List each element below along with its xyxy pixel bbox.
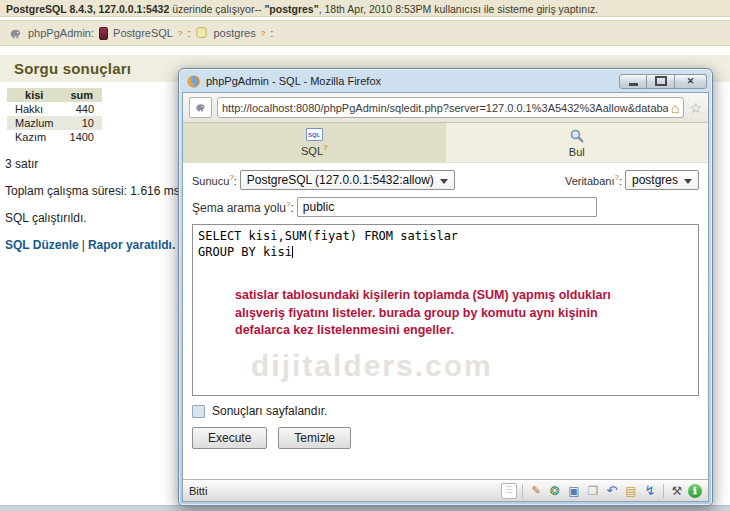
text-cursor <box>292 246 293 258</box>
spacer <box>183 449 708 479</box>
breadcrumb-separator-2: : <box>270 27 273 39</box>
server-help-link[interactable]: ? <box>178 29 182 38</box>
database-select[interactable]: postgres <box>625 170 699 190</box>
printer-icon[interactable] <box>585 483 601 499</box>
column-header-sum: sum <box>62 88 102 102</box>
close-button[interactable] <box>675 74 707 89</box>
results-table: kisi sum Hakkı 440 Mazlum 10 Kazım 1400 <box>7 88 102 144</box>
save-disk-icon[interactable] <box>566 483 582 499</box>
window-controls <box>619 74 707 89</box>
annotation-overlay-text: satislar tablosundaki kişilerin toplamda… <box>235 287 643 340</box>
url-bar[interactable]: http://localhost:8080/phpPgAdmin/sqledit… <box>217 97 684 118</box>
tab-find[interactable]: Bul <box>446 123 709 162</box>
window-titlebar[interactable]: phpPgAdmin - SQL - Mozilla Firefox <box>182 72 709 92</box>
window-title: phpPgAdmin - SQL - Mozilla Firefox <box>206 75 614 87</box>
server-icon <box>99 27 108 40</box>
watermark-text: dijitalders.com <box>251 349 493 383</box>
database-label: Veritabanı?: <box>565 173 622 187</box>
sql-form: Sunucu?: PostgreSQL (127.0.0.1:5432:allo… <box>183 163 708 224</box>
user-name-text: "postgres" <box>264 3 318 15</box>
paginate-row: Sonuçları sayfalandır. <box>192 404 699 418</box>
browser-body: http://localhost:8080/phpPgAdmin/sqledit… <box>182 92 709 502</box>
info-icon[interactable] <box>688 484 702 498</box>
report-link[interactable]: Rapor yaratıldı. <box>88 238 175 252</box>
bookmark-star-icon[interactable]: ☆ <box>689 101 702 115</box>
schema-label: Şema arama yolu?: <box>192 200 294 215</box>
paginate-checkbox[interactable] <box>192 405 205 418</box>
cell-kisi: Mazlum <box>7 116 62 130</box>
server-label: Sunucu?: <box>192 173 237 187</box>
database-icon <box>195 26 208 40</box>
magnifier-icon <box>569 128 585 144</box>
table-row: Kazım 1400 <box>7 130 102 144</box>
execute-button[interactable]: Execute <box>192 427 267 449</box>
button-row: Execute Temizle <box>192 427 699 449</box>
url-text[interactable]: http://localhost:8080/phpPgAdmin/sqledit… <box>222 102 668 114</box>
link-separator: | <box>82 238 85 252</box>
cell-kisi: Kazım <box>7 130 62 144</box>
firefox-popup-window: phpPgAdmin - SQL - Mozilla Firefox http:… <box>178 68 713 506</box>
login-time-text: , 18th Apr, 2010 8:53PM kullanıcısı ile … <box>319 3 599 15</box>
server-select[interactable]: PostgreSQL (127.0.0.1:5432:allow) <box>240 170 455 190</box>
breadcrumb: phpPgAdmin: PostgreSQL?: postgres?: <box>0 20 730 46</box>
table-header-row: kisi sum <box>7 88 102 102</box>
sql-icon <box>306 128 323 141</box>
server-version-text: PostgreSQL 8.4.3, 127.0.0.1:5432 <box>6 3 169 15</box>
table-row: Mazlum 10 <box>7 116 102 130</box>
schema-search-path-input[interactable] <box>297 197 597 217</box>
tab-sql-label: SQL? <box>301 143 327 157</box>
sql-executed-text: SQL çalıştırıldı. <box>5 211 175 225</box>
paginate-label: Sonuçları sayfalandır. <box>212 404 327 418</box>
minimize-button[interactable] <box>619 74 647 89</box>
tab-sql[interactable]: SQL? <box>183 123 446 162</box>
table-row: Hakkı 440 <box>7 102 102 116</box>
separator <box>663 484 664 498</box>
breadcrumb-database-link[interactable]: postgres <box>213 27 255 39</box>
maximize-button[interactable] <box>647 74 675 89</box>
firefox-icon <box>186 74 201 89</box>
globe-icon[interactable] <box>547 483 563 499</box>
cell-sum: 440 <box>62 102 102 116</box>
undo-arrow-icon[interactable] <box>604 483 620 499</box>
database-help-link[interactable]: ? <box>261 29 265 38</box>
cell-sum: 1400 <box>62 130 102 144</box>
elephant-icon <box>8 26 23 41</box>
schema-row: Şema arama yolu?: <box>192 197 699 217</box>
site-favicon-button[interactable] <box>189 97 212 118</box>
folder-icon[interactable] <box>623 483 639 499</box>
database-group: Veritabanı?: postgres <box>565 170 699 190</box>
breadcrumb-server-link[interactable]: PostgreSQL <box>113 27 173 39</box>
column-header-kisi: kisi <box>7 88 62 102</box>
server-database-row: Sunucu?: PostgreSQL (127.0.0.1:5432:allo… <box>192 170 699 190</box>
sql-help-link[interactable]: ? <box>323 143 327 152</box>
lightning-icon[interactable] <box>642 483 658 499</box>
action-links: SQL Düzenle|Rapor yaratıldı. <box>5 238 175 252</box>
clear-button[interactable]: Temizle <box>278 427 351 449</box>
query-results-panel: kisi sum Hakkı 440 Mazlum 10 Kazım 1400 … <box>0 82 175 252</box>
new-document-icon[interactable] <box>501 483 517 499</box>
status-bar: Bitti <box>183 479 708 501</box>
separator <box>522 484 523 498</box>
sql-editor-textarea[interactable]: SELECT kisi,SUM(fiyat) FROM satislarGROU… <box>192 224 699 396</box>
navigation-toolbar: http://localhost:8080/phpPgAdmin/sqledit… <box>183 93 708 123</box>
sql-query-text: SELECT kisi,SUM(fiyat) FROM satislarGROU… <box>198 229 693 260</box>
runtime-text: Toplam çalışma süresi: 1.616 ms <box>5 184 175 198</box>
row-count-text: 3 satır <box>5 157 175 171</box>
status-text: üzerinde çalışıyor-- <box>169 3 264 15</box>
tools-icon[interactable] <box>669 483 685 499</box>
server-status-bar: PostgreSQL 8.4.3, 127.0.0.1:5432 üzerind… <box>0 0 730 17</box>
tab-find-label: Bul <box>569 146 585 158</box>
edit-pencil-icon[interactable] <box>528 483 544 499</box>
phppgadmin-tab-bar: SQL? Bul <box>183 123 708 163</box>
cell-sum: 10 <box>62 116 102 130</box>
statusbar-addon-icons <box>501 483 702 499</box>
sql-edit-link[interactable]: SQL Düzenle <box>5 238 79 252</box>
home-icon[interactable]: ⌂ <box>671 101 679 115</box>
cell-kisi: Hakkı <box>7 102 62 116</box>
status-text: Bitti <box>189 485 207 497</box>
breadcrumb-separator: : <box>187 27 190 39</box>
breadcrumb-app-link[interactable]: phpPgAdmin: <box>28 27 94 39</box>
